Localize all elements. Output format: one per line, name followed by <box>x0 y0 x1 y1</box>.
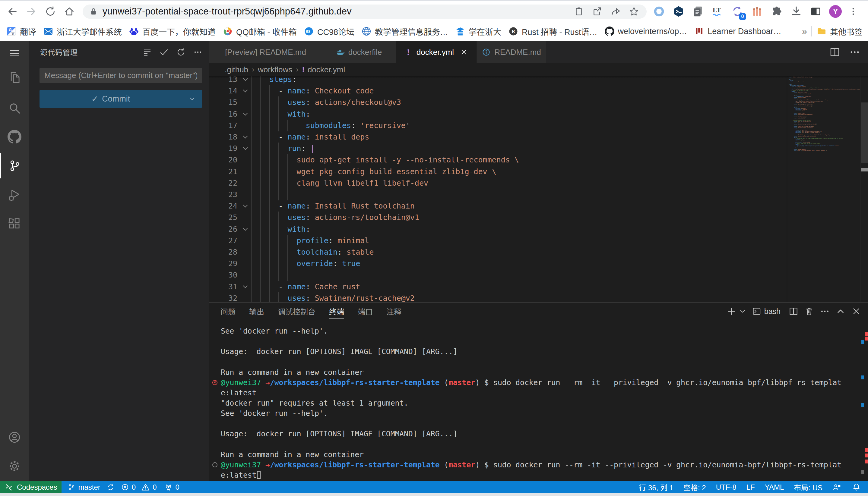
bookmark-item[interactable]: Learner Dashboar… <box>694 27 781 36</box>
forward-button[interactable] <box>25 5 38 18</box>
tab-dockerfile[interactable]: dockerfile <box>322 41 396 63</box>
close-tab-button[interactable] <box>459 48 468 57</box>
bookmark-item[interactable]: 百度一下，你就知道 <box>129 26 216 37</box>
split-editor-button[interactable] <box>828 46 841 59</box>
other-bookmarks-button[interactable]: 其他书签 <box>817 26 863 37</box>
maximize-panel-button[interactable] <box>835 306 846 317</box>
cursor-position-status[interactable]: 行 36, 列 1 <box>639 482 673 492</box>
minimap[interactable]: name: Build and publish docker image on:… <box>787 77 860 302</box>
panel-more-actions-button[interactable] <box>819 306 830 317</box>
panel-tab-调试控制台[interactable]: 调试控制台 <box>278 303 315 320</box>
open-in-window-button[interactable] <box>592 6 603 17</box>
bookmarks-overflow-button[interactable]: » <box>802 26 807 36</box>
commit-button-main[interactable]: ✓ Commit <box>40 90 182 108</box>
fold-chevron-icon[interactable] <box>241 281 250 293</box>
commit-button[interactable]: ✓ Commit <box>40 90 202 108</box>
media-controls-button[interactable] <box>573 6 584 17</box>
downloads-button[interactable] <box>789 4 804 19</box>
bookmark-item[interactable]: weloveinterns/op… <box>605 27 687 36</box>
view-and-sort-button[interactable] <box>142 47 152 57</box>
bookmark-item[interactable]: 98CC98论坛 <box>304 26 354 37</box>
extension-ring-button[interactable] <box>652 4 666 19</box>
back-button[interactable] <box>6 5 19 18</box>
fold-chevron-icon[interactable] <box>241 108 250 120</box>
bookmark-item[interactable]: 学在浙大 <box>455 26 501 37</box>
browser-menu-button[interactable] <box>848 4 859 19</box>
kill-terminal-button[interactable] <box>804 306 815 317</box>
bookmark-item[interactable]: 教学管理信息服务… <box>362 26 448 37</box>
extension-chat-button[interactable] <box>671 4 686 19</box>
encoding-status[interactable]: UTF-8 <box>716 483 736 492</box>
branch-status[interactable]: master <box>68 483 100 492</box>
more-actions-button[interactable] <box>192 47 203 57</box>
language-status[interactable]: YAML <box>765 483 784 492</box>
settings-button[interactable] <box>0 454 29 478</box>
profile-button[interactable]: Y <box>828 4 843 19</box>
indentation-status[interactable]: 空格: 2 <box>684 482 706 492</box>
extensions-menu-button[interactable] <box>769 4 784 19</box>
breadcrumb-file[interactable]: docker.yml <box>308 65 345 74</box>
panel-tab-问题[interactable]: 问题 <box>221 303 236 320</box>
extension-notes-button[interactable] <box>691 4 705 19</box>
panel-tab-终端[interactable]: 终端 <box>329 303 344 320</box>
editor-more-actions-button[interactable] <box>848 46 862 59</box>
new-terminal-button[interactable] <box>725 306 737 317</box>
fold-chevron-icon[interactable] <box>241 200 250 212</box>
fold-chevron-icon[interactable] <box>241 131 250 143</box>
sidebar-item-explorer[interactable] <box>0 66 29 90</box>
fold-chevron-icon[interactable] <box>241 85 250 97</box>
layout-status[interactable]: 布局: US <box>794 482 822 492</box>
terminal[interactable]: See 'docker run --help'.Usage: docker ru… <box>209 320 868 481</box>
commit-dropdown-button[interactable] <box>182 90 202 108</box>
feedback-button[interactable] <box>833 483 841 492</box>
code-editor[interactable]: 13 steps:14 - name: Checkout code15 uses… <box>209 76 868 302</box>
breadcrumb-folder[interactable]: workflows <box>258 65 292 74</box>
terminal-instance-chip[interactable]: bash <box>752 307 780 316</box>
reload-button[interactable] <box>44 5 57 18</box>
refresh-button[interactable] <box>176 47 186 57</box>
bookmark-item[interactable]: G文翻译 <box>6 26 36 37</box>
remote-indicator[interactable]: Codespaces <box>0 481 61 493</box>
fold-chevron-icon[interactable] <box>241 142 250 154</box>
side-panel-button[interactable] <box>809 4 823 19</box>
terminal-icon <box>752 307 761 316</box>
notifications-button[interactable] <box>852 483 861 492</box>
eol-status[interactable]: LF <box>746 483 755 492</box>
home-button[interactable] <box>63 5 76 18</box>
editor-scrollbar[interactable] <box>860 76 868 302</box>
terminal-dropdown-button[interactable] <box>738 306 747 317</box>
tab--preview-readme.md[interactable]: [Preview] README.md <box>209 41 322 63</box>
sidebar-item-github[interactable] <box>0 125 29 149</box>
sidebar-item-run-debug[interactable] <box>0 183 29 207</box>
share-button[interactable] <box>610 6 621 17</box>
commit-message-input[interactable] <box>40 68 202 83</box>
scrollbar-thumb[interactable] <box>861 103 868 163</box>
bookmark-star-button[interactable] <box>628 6 640 17</box>
panel-tab-端口[interactable]: 端口 <box>358 303 373 320</box>
panel-tab-注释[interactable]: 注释 <box>386 303 401 320</box>
bookmark-item[interactable]: RRust 招聘 - Rust语… <box>509 26 597 37</box>
panel-tab-输出[interactable]: 输出 <box>249 303 264 320</box>
problems-status[interactable]: 0 0 <box>121 483 157 492</box>
breadcrumb-folder[interactable]: .github <box>225 65 248 74</box>
bookmark-item[interactable]: QQ邮箱 - 收件箱 <box>223 26 297 37</box>
tab-label: README.md <box>494 48 541 57</box>
sync-status[interactable] <box>106 483 115 492</box>
fold-chevron-icon[interactable] <box>241 223 250 235</box>
account-button[interactable] <box>0 425 29 449</box>
tab-readme.md[interactable]: README.md <box>477 41 547 63</box>
extension-bullets-button[interactable] <box>750 4 764 19</box>
commit-action-button[interactable] <box>159 47 169 57</box>
ports-status[interactable]: 0 <box>164 483 179 492</box>
sidebar-item-search[interactable] <box>0 96 29 121</box>
menu-button[interactable] <box>0 41 29 65</box>
tab-docker.yml[interactable]: !docker.yml <box>396 41 477 63</box>
extension-sync-button[interactable]: 0 <box>730 4 745 19</box>
address-bar[interactable]: yunwei37-potential-space-trout-rpr5qwj66… <box>83 4 647 19</box>
bookmark-item[interactable]: 浙江大学邮件系统 <box>43 26 122 37</box>
split-terminal-button[interactable] <box>788 306 799 317</box>
sidebar-item-extensions[interactable] <box>0 212 29 236</box>
extension-languagetool-button[interactable]: LT <box>710 4 725 19</box>
sidebar-item-source-control[interactable] <box>0 154 29 178</box>
close-panel-button[interactable] <box>851 306 862 317</box>
